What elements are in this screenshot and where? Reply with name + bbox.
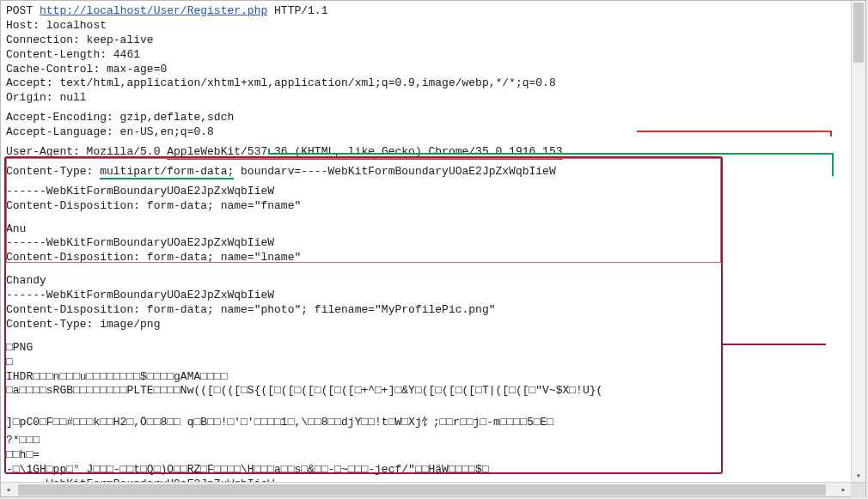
hdr-user-agent: User-Agent: Mozilla/5.0 AppleWebKit/537.…: [6, 145, 865, 160]
scrollbar-corner: [851, 483, 865, 497]
hdr-origin: Origin: null: [6, 91, 865, 106]
png-line-8: -□\1GH□pp□° J□□□-□□t□Q□)O□□RZ□F□□□□\H□□□…: [6, 463, 865, 478]
png-line-2: □: [6, 356, 865, 370]
http-text: POST http://localhost/User/Register.php …: [1, 1, 865, 482]
content-viewport[interactable]: POST http://localhost/User/Register.php …: [1, 1, 865, 482]
bnd-3: ------WebKitFormBoundaryUOaE2JpZxWqbIieW: [6, 289, 865, 303]
hdr-content-type: Content-Type: multipart/form-data; bound…: [6, 165, 865, 180]
fname-hdr: Content-Disposition: form-data; name="fn…: [6, 199, 865, 214]
ct-hl: multipart/form-data;: [100, 165, 234, 180]
ua-hl: AppleWebKit/537.36 (KHTML, like Gecko) C…: [167, 145, 562, 160]
hdr-cache-control: Cache-Control: max-age=0: [6, 63, 865, 77]
window-frame: POST http://localhost/User/Register.php …: [0, 0, 866, 497]
scroll-down-icon[interactable]: ▾: [852, 469, 865, 482]
horizontal-scrollbar[interactable]: ◂ ▸: [1, 482, 865, 496]
png-line-5: ]□pC0□F□□#□□□k□□H2□,Ö□□8□□ q□B□□!□'□'□□□…: [6, 416, 865, 430]
hdr-accept-encoding: Accept-Encoding: gzip,deflate,sdch: [6, 111, 865, 125]
ct-prefix: Content-Type:: [6, 165, 100, 178]
ua-prefix: User-Agent: Mozilla/5.0: [6, 145, 167, 158]
fname-val: Anu: [6, 222, 865, 237]
hdr-connection: Connection: keep-alive: [6, 33, 865, 48]
lname-hdr: Content-Disposition: form-data; name="ln…: [6, 251, 865, 265]
lname-val: Chandy: [6, 274, 865, 289]
scrollbar-thumb[interactable]: [853, 3, 864, 63]
http-version: HTTP/1.1: [267, 4, 327, 17]
ct-suffix: boundarv=----WebKitFormBoundaryUOaE2JpZx…: [234, 165, 555, 178]
png-line-3: IHDR□□□n□□□u□□□□□□□□$□□□□gAMA□□□□: [6, 370, 865, 385]
bnd-2: ------WebKitFormBoundaryUOaE2JpZxWqbIieW: [6, 236, 865, 251]
png-line-6: ?*□□□: [6, 434, 865, 448]
hdr-host: Host: localhost: [6, 19, 865, 33]
png-line-1: □PNG: [6, 341, 865, 356]
scroll-right-icon[interactable]: ▸: [836, 483, 851, 497]
bnd-1: ------WebKitFormBoundaryUOaE2JpZxWqbIieW: [6, 185, 865, 199]
hdr-content-length: Content-Length: 4461: [6, 48, 865, 63]
request-url[interactable]: http://localhost/User/Register.php: [40, 4, 267, 17]
png-line-7: □□h□=: [6, 448, 865, 463]
hdr-accept-language: Accept-Language: en-US,en;q=0.8: [6, 125, 865, 140]
photo-ct: Content-Type: image/png: [6, 318, 865, 332]
vertical-scrollbar[interactable]: ▴ ▾: [851, 1, 865, 482]
request-line: POST http://localhost/User/Register.php …: [6, 4, 865, 19]
scroll-left-icon[interactable]: ◂: [1, 483, 15, 497]
method: POST: [6, 4, 40, 17]
photo-hdr: Content-Disposition: form-data; name="ph…: [6, 303, 865, 318]
hdr-accept: Accept: text/html,application/xhtml+xml,…: [6, 76, 865, 91]
png-line-4: □a□□□□sRGB□□□□□□□□PLTE□□□□Nw(([□(([□S{([…: [6, 384, 865, 399]
scrollbar-thumb[interactable]: [18, 484, 826, 496]
